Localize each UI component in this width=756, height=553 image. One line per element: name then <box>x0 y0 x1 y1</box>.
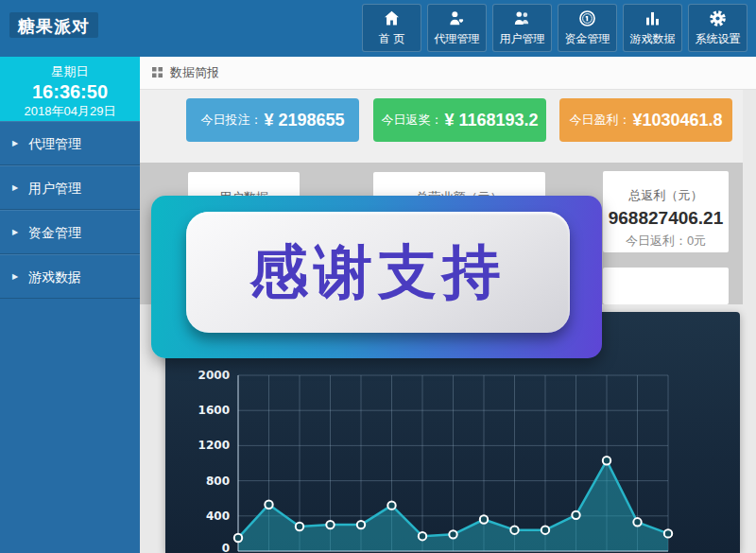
sidebar-item-users[interactable]: ▶ 用户管理 <box>0 165 140 210</box>
agent-icon <box>447 9 467 28</box>
svg-text:800: 800 <box>206 475 230 488</box>
nav-item-funds[interactable]: 资金管理 <box>558 4 617 52</box>
nav-item-label: 用户管理 <box>500 31 545 47</box>
sidebar-item-label: 代理管理 <box>28 136 81 151</box>
thanks-plate: 感谢支持 <box>186 212 570 333</box>
nav-menu: 首 页 代理管理 用户管理 资金管理 游戏数据 系统设置 <box>362 4 747 52</box>
nav-item-label: 系统设置 <box>696 31 741 47</box>
breadcrumb: 数据简报 <box>140 57 756 90</box>
stat-label: 今日盈利： <box>569 112 630 129</box>
nav-item-gamedata[interactable]: 游戏数据 <box>623 4 682 52</box>
svg-text:2000: 2000 <box>198 369 230 382</box>
page-title: 数据简报 <box>170 64 219 81</box>
sidebar-item-gamedata[interactable]: ▶ 游戏数据 <box>0 254 140 299</box>
sidebar-clock: 星期日 16:36:50 2018年04月29日 <box>0 57 140 121</box>
card-value: 968827406.21 <box>603 208 729 229</box>
nav-item-label: 首 页 <box>379 31 404 47</box>
clock-time: 16:36:50 <box>0 80 140 103</box>
top-navbar: 糖果派对 首 页 代理管理 用户管理 资金管理 游戏数据 <box>0 0 756 57</box>
funds-icon <box>577 9 597 28</box>
chevron-right-icon: ▶ <box>12 211 18 254</box>
nav-item-label: 资金管理 <box>565 31 610 47</box>
sidebar-item-label: 用户管理 <box>28 181 81 196</box>
chevron-right-icon: ▶ <box>12 166 18 210</box>
stat-value: ¥ 2198655 <box>264 111 344 130</box>
clock-date: 2018年04月29日 <box>0 103 140 120</box>
stat-card-payout-today: 今日返奖： ¥ 1168193.2 <box>373 98 546 142</box>
chevron-right-icon: ▶ <box>12 255 18 299</box>
card-title: 总返利（元） <box>603 187 729 204</box>
stat-label: 今日返奖： <box>381 112 442 129</box>
bars-icon <box>643 9 662 28</box>
card-subtext: 今日返利：0元 <box>603 233 729 250</box>
stat-value: ¥1030461.8 <box>632 111 722 130</box>
nav-item-label: 代理管理 <box>435 31 480 47</box>
nav-item-users[interactable]: 用户管理 <box>492 4 552 52</box>
nav-item-settings[interactable]: 系统设置 <box>688 4 747 52</box>
sidebar-item-agents[interactable]: ▶ 代理管理 <box>0 121 140 165</box>
thanks-text: 感谢支持 <box>249 233 507 312</box>
svg-text:1600: 1600 <box>198 404 230 417</box>
gear-icon <box>708 9 728 28</box>
brand-logo: 糖果派对 <box>9 12 98 38</box>
svg-text:0: 0 <box>222 542 230 553</box>
nav-item-home[interactable]: 首 页 <box>362 4 421 52</box>
thanks-overlay-badge: 感谢支持 <box>151 196 602 358</box>
users-icon <box>512 9 532 28</box>
sidebar-item-label: 资金管理 <box>28 225 81 240</box>
clock-weekday: 星期日 <box>0 63 140 80</box>
sidebar: 星期日 16:36:50 2018年04月29日 ▶ 代理管理 ▶ 用户管理 ▶… <box>0 57 140 553</box>
grid-icon <box>152 64 170 81</box>
chevron-right-icon: ▶ <box>12 122 18 165</box>
dashboard-screen: 糖果派对 首 页 代理管理 用户管理 资金管理 游戏数据 <box>0 0 756 553</box>
info-card-total-rebate: 总返利（元） 968827406.21 今日返利：0元 <box>603 171 729 252</box>
sidebar-item-funds[interactable]: ▶ 资金管理 <box>0 210 140 254</box>
home-icon <box>382 9 402 28</box>
nav-item-label: 游戏数据 <box>630 31 676 47</box>
stat-label: 今日投注： <box>200 112 262 129</box>
sidebar-item-label: 游戏数据 <box>28 269 81 285</box>
svg-text:1200: 1200 <box>198 439 230 452</box>
stat-card-profit-today: 今日盈利： ¥1030461.8 <box>559 98 732 142</box>
stat-card-bets-today: 今日投注： ¥ 2198655 <box>186 98 359 142</box>
nav-item-agents[interactable]: 代理管理 <box>427 4 487 52</box>
svg-text:400: 400 <box>206 510 230 523</box>
stat-value: ¥ 1168193.2 <box>444 111 538 130</box>
info-card-partial <box>603 268 729 304</box>
